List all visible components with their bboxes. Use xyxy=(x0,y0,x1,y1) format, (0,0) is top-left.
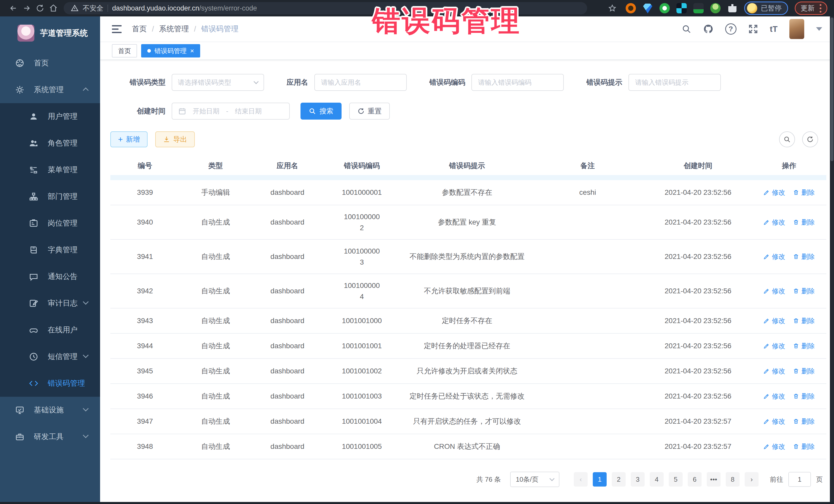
edit-link[interactable]: 修改 xyxy=(764,392,785,401)
edit-link[interactable]: 修改 xyxy=(764,188,785,197)
sidebar-item-home[interactable]: 首页 xyxy=(0,50,100,76)
pagination: 共 76 条 10条/页 ‹ 1 2 3 4 5 6 ••• 8 › xyxy=(110,472,824,487)
fullscreen-icon[interactable] xyxy=(748,24,758,34)
reset-button[interactable]: 重置 xyxy=(349,103,390,119)
refresh-table-icon[interactable] xyxy=(802,131,818,147)
extension-tampermonkey-icon[interactable] xyxy=(694,3,704,13)
search-icon[interactable] xyxy=(682,24,691,34)
user-icon xyxy=(29,112,39,122)
user-avatar[interactable] xyxy=(789,19,804,39)
page-button-3[interactable]: 3 xyxy=(631,472,644,486)
page-size-select[interactable]: 10条/页 xyxy=(510,472,559,487)
help-icon[interactable]: ? xyxy=(725,23,737,35)
delete-link[interactable]: 删除 xyxy=(793,342,815,351)
tag-home[interactable]: 首页 xyxy=(112,44,137,58)
extension-squares-icon[interactable] xyxy=(676,3,687,13)
export-button[interactable]: 导出 xyxy=(155,131,195,147)
extension-person-green-icon[interactable] xyxy=(710,3,721,13)
text-size-icon[interactable]: tT xyxy=(770,24,777,34)
edit-link[interactable]: 修改 xyxy=(764,218,785,227)
prev-page-button[interactable]: ‹ xyxy=(574,472,588,486)
home-icon[interactable] xyxy=(47,2,60,15)
error-hint-input[interactable] xyxy=(629,74,721,91)
sidebar-item-error-code[interactable]: 错误码管理 xyxy=(0,370,100,397)
edit-link[interactable]: 修改 xyxy=(764,367,785,376)
sidebar-item-dev-tools[interactable]: 研发工具 xyxy=(0,423,100,450)
delete-link[interactable]: 删除 xyxy=(793,218,815,227)
github-icon[interactable] xyxy=(703,24,714,34)
breadcrumb-home[interactable]: 首页 xyxy=(132,24,147,34)
sidebar-item-online-users[interactable]: 在线用户 xyxy=(0,317,100,343)
filter-row-2: 创建时间 开始日期 - 结束日期 搜索 重置 xyxy=(110,103,824,119)
sidebar-item-users[interactable]: 用户管理 xyxy=(0,103,100,130)
edit-link[interactable]: 修改 xyxy=(764,342,785,351)
add-button[interactable]: + 新增 xyxy=(110,131,148,147)
edit-link[interactable]: 修改 xyxy=(764,442,785,451)
tag-error-code[interactable]: 错误码管理 × xyxy=(141,44,200,58)
delete-link[interactable]: 删除 xyxy=(793,392,815,401)
profile-emoji-avatar xyxy=(747,3,757,13)
screen: 不安全 dashboard.yudao.iocoder.cn/system/er… xyxy=(0,0,834,504)
page-ellipsis[interactable]: ••• xyxy=(707,472,721,486)
table-toolbar: + 新增 导出 xyxy=(110,131,824,147)
filter-row-1: 错误码类型 请选择错误码类型 应用名 错误码编码 错误码提示 xyxy=(110,74,824,91)
extension-orange-icon[interactable] xyxy=(626,3,636,13)
edit-link[interactable]: 修改 xyxy=(764,316,785,325)
extension-gem-icon[interactable] xyxy=(642,3,653,13)
reload-icon[interactable] xyxy=(34,2,47,15)
sidebar-item-departments[interactable]: 部门管理 xyxy=(0,183,100,210)
id-badge-icon xyxy=(29,218,39,228)
error-type-select[interactable]: 请选择错误码类型 xyxy=(172,74,264,91)
page-button-1[interactable]: 1 xyxy=(593,472,607,486)
sidebar-item-posts[interactable]: 岗位管理 xyxy=(0,210,100,237)
page-button-8[interactable]: 8 xyxy=(726,472,740,486)
delete-link[interactable]: 删除 xyxy=(793,252,815,261)
delete-link[interactable]: 删除 xyxy=(793,287,815,295)
page-button-6[interactable]: 6 xyxy=(688,472,702,486)
table-row: 3939 手动编辑 dashboard 1001000001 参数配置不存在 c… xyxy=(110,180,826,205)
forward-icon[interactable] xyxy=(20,2,34,15)
error-code-label: 错误码编码 xyxy=(429,78,465,87)
sidebar-item-dict[interactable]: 字典管理 xyxy=(0,237,100,263)
delete-link[interactable]: 删除 xyxy=(793,417,815,426)
page-button-4[interactable]: 4 xyxy=(650,472,664,486)
sidebar-item-audit-log[interactable]: 审计日志 xyxy=(0,290,100,317)
page-button-5[interactable]: 5 xyxy=(669,472,683,486)
date-range-picker[interactable]: 开始日期 - 结束日期 xyxy=(172,103,290,119)
goto-page-input[interactable] xyxy=(788,472,811,487)
sidebar-item-notice[interactable]: 通知公告 xyxy=(0,263,100,290)
error-code-input[interactable] xyxy=(471,74,564,91)
sidebar-item-system[interactable]: 系统管理 xyxy=(0,76,100,103)
delete-link[interactable]: 删除 xyxy=(793,367,815,376)
browser-scrollbar[interactable] xyxy=(830,17,834,502)
sidebar-item-infra[interactable]: 基础设施 xyxy=(0,397,100,423)
breadcrumb-section[interactable]: 系统管理 xyxy=(159,24,189,34)
extension-puzzle-icon[interactable] xyxy=(727,3,738,13)
close-icon[interactable]: × xyxy=(190,47,194,54)
edit-link[interactable]: 修改 xyxy=(764,252,785,261)
app-name-input[interactable] xyxy=(314,74,407,91)
error-code-table: 编号 类型 应用名 错误码编码 错误码提示 备注 创建时间 操作 3939 手动… xyxy=(110,158,826,459)
sidebar-item-roles[interactable]: 角色管理 xyxy=(0,130,100,156)
browser-menu-icon[interactable] xyxy=(820,4,821,13)
delete-link[interactable]: 删除 xyxy=(793,316,815,325)
edit-link[interactable]: 修改 xyxy=(764,417,785,426)
browser-update-button[interactable]: 更新 xyxy=(795,2,827,15)
bookmark-star-icon[interactable] xyxy=(606,2,619,15)
avatar-dropdown-icon[interactable] xyxy=(816,27,822,31)
show-search-toggle-icon[interactable] xyxy=(779,131,795,147)
delete-link[interactable]: 删除 xyxy=(793,442,815,451)
delete-link[interactable]: 删除 xyxy=(793,188,815,197)
back-icon[interactable] xyxy=(7,2,20,15)
next-page-button[interactable]: › xyxy=(745,472,759,486)
scrollbar-thumb[interactable] xyxy=(830,18,833,161)
profile-paused-badge[interactable]: 已暂停 xyxy=(744,2,788,15)
chevron-down-icon xyxy=(83,352,89,358)
sidebar-toggle-icon[interactable] xyxy=(112,25,122,33)
extension-green-v-icon[interactable] xyxy=(659,3,670,13)
search-button[interactable]: 搜索 xyxy=(301,103,342,119)
sidebar-item-menus[interactable]: 菜单管理 xyxy=(0,156,100,183)
page-button-2[interactable]: 2 xyxy=(612,472,626,486)
edit-link[interactable]: 修改 xyxy=(764,287,785,295)
sidebar-item-sms[interactable]: 短信管理 xyxy=(0,343,100,370)
